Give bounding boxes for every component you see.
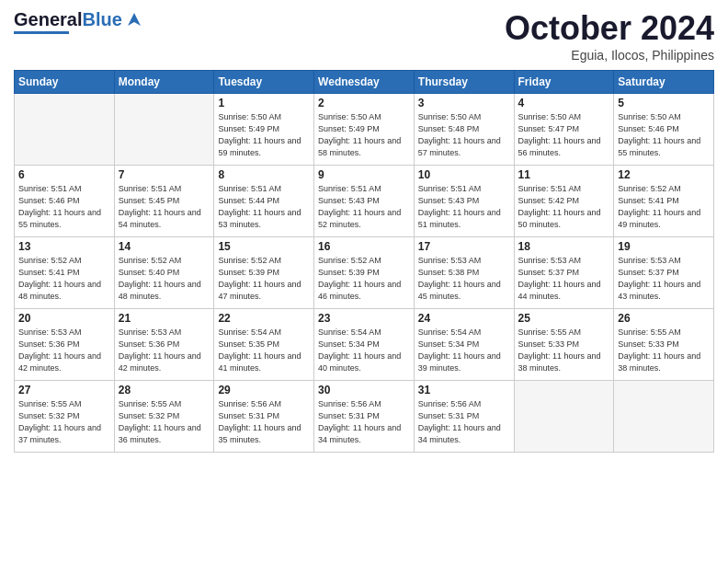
- day-cell: 4 Sunrise: 5:50 AMSunset: 5:47 PMDayligh…: [514, 94, 614, 166]
- week-row-4: 20 Sunrise: 5:53 AMSunset: 5:36 PMDaylig…: [15, 309, 714, 381]
- day-cell: 8 Sunrise: 5:51 AMSunset: 5:44 PMDayligh…: [214, 166, 314, 237]
- header: GeneralBlue October 2024 Eguia, Ilocos, …: [14, 9, 714, 63]
- day-number: 15: [218, 240, 310, 253]
- day-info: Sunrise: 5:53 AMSunset: 5:37 PMDaylight:…: [518, 255, 610, 303]
- day-cell: 6 Sunrise: 5:51 AMSunset: 5:46 PMDayligh…: [15, 166, 115, 237]
- day-cell: 14 Sunrise: 5:52 AMSunset: 5:40 PMDaylig…: [114, 237, 214, 309]
- day-number: 2: [318, 97, 410, 109]
- col-friday: Friday: [514, 71, 614, 94]
- day-cell: 1 Sunrise: 5:50 AMSunset: 5:49 PMDayligh…: [214, 94, 314, 166]
- day-number: 12: [618, 168, 710, 181]
- day-info: Sunrise: 5:51 AMSunset: 5:44 PMDaylight:…: [218, 183, 310, 231]
- day-info: Sunrise: 5:51 AMSunset: 5:43 PMDaylight:…: [418, 183, 510, 231]
- col-monday: Monday: [114, 71, 214, 94]
- day-info: Sunrise: 5:56 AMSunset: 5:31 PMDaylight:…: [418, 398, 510, 446]
- day-number: 17: [418, 240, 510, 253]
- day-info: Sunrise: 5:53 AMSunset: 5:37 PMDaylight:…: [618, 255, 710, 303]
- day-cell: 30 Sunrise: 5:56 AMSunset: 5:31 PMDaylig…: [314, 381, 415, 453]
- day-number: 22: [218, 312, 310, 325]
- day-number: 3: [418, 97, 510, 109]
- day-cell: 29 Sunrise: 5:56 AMSunset: 5:31 PMDaylig…: [214, 381, 314, 453]
- day-info: Sunrise: 5:51 AMSunset: 5:42 PMDaylight:…: [518, 183, 610, 231]
- day-info: Sunrise: 5:53 AMSunset: 5:36 PMDaylight:…: [18, 327, 110, 374]
- day-info: Sunrise: 5:55 AMSunset: 5:32 PMDaylight:…: [18, 398, 110, 446]
- day-cell: 23 Sunrise: 5:54 AMSunset: 5:34 PMDaylig…: [314, 309, 415, 381]
- day-info: Sunrise: 5:56 AMSunset: 5:31 PMDaylight:…: [218, 398, 310, 446]
- day-cell: 3 Sunrise: 5:50 AMSunset: 5:48 PMDayligh…: [414, 94, 514, 166]
- day-number: 4: [518, 97, 610, 109]
- day-cell: 2 Sunrise: 5:50 AMSunset: 5:49 PMDayligh…: [314, 94, 415, 166]
- logo-blue: Blue: [82, 9, 121, 29]
- day-info: Sunrise: 5:55 AMSunset: 5:33 PMDaylight:…: [618, 327, 710, 374]
- day-info: Sunrise: 5:56 AMSunset: 5:31 PMDaylight:…: [318, 398, 410, 446]
- logo-line: [14, 31, 69, 34]
- day-number: 21: [119, 312, 210, 325]
- day-cell: 22 Sunrise: 5:54 AMSunset: 5:35 PMDaylig…: [214, 309, 314, 381]
- day-number: 11: [518, 168, 610, 181]
- day-number: 20: [18, 312, 110, 325]
- month-title: October 2024: [505, 9, 714, 48]
- day-cell: 5 Sunrise: 5:50 AMSunset: 5:46 PMDayligh…: [614, 94, 714, 166]
- day-info: Sunrise: 5:50 AMSunset: 5:48 PMDaylight:…: [418, 111, 510, 159]
- day-number: 10: [418, 168, 510, 181]
- day-number: 16: [318, 240, 410, 253]
- day-cell: 15 Sunrise: 5:52 AMSunset: 5:39 PMDaylig…: [214, 237, 314, 309]
- day-cell: 7 Sunrise: 5:51 AMSunset: 5:45 PMDayligh…: [114, 166, 214, 237]
- page-container: GeneralBlue October 2024 Eguia, Ilocos, …: [0, 0, 728, 457]
- day-info: Sunrise: 5:50 AMSunset: 5:47 PMDaylight:…: [518, 111, 610, 159]
- day-info: Sunrise: 5:53 AMSunset: 5:36 PMDaylight:…: [119, 327, 210, 374]
- week-row-3: 13 Sunrise: 5:52 AMSunset: 5:41 PMDaylig…: [15, 237, 714, 309]
- day-info: Sunrise: 5:51 AMSunset: 5:43 PMDaylight:…: [318, 183, 410, 231]
- day-cell: [15, 94, 115, 166]
- logo-icon: [124, 9, 144, 29]
- day-info: Sunrise: 5:50 AMSunset: 5:46 PMDaylight:…: [618, 111, 710, 159]
- day-cell: 10 Sunrise: 5:51 AMSunset: 5:43 PMDaylig…: [414, 166, 514, 237]
- logo-general: General: [14, 9, 82, 29]
- day-cell: 12 Sunrise: 5:52 AMSunset: 5:41 PMDaylig…: [614, 166, 714, 237]
- week-row-2: 6 Sunrise: 5:51 AMSunset: 5:46 PMDayligh…: [15, 166, 714, 237]
- logo: GeneralBlue: [14, 9, 144, 34]
- day-number: 27: [18, 384, 110, 396]
- day-number: 28: [119, 384, 210, 396]
- location: Eguia, Ilocos, Philippines: [505, 48, 714, 63]
- day-cell: 16 Sunrise: 5:52 AMSunset: 5:39 PMDaylig…: [314, 237, 415, 309]
- day-cell: 11 Sunrise: 5:51 AMSunset: 5:42 PMDaylig…: [514, 166, 614, 237]
- day-number: 19: [618, 240, 710, 253]
- day-number: 30: [318, 384, 410, 396]
- day-number: 29: [218, 384, 310, 396]
- day-info: Sunrise: 5:52 AMSunset: 5:41 PMDaylight:…: [618, 183, 710, 231]
- day-number: 24: [418, 312, 510, 325]
- day-number: 7: [119, 168, 210, 181]
- day-info: Sunrise: 5:55 AMSunset: 5:33 PMDaylight:…: [518, 327, 610, 374]
- day-cell: [114, 94, 214, 166]
- svg-marker-0: [128, 13, 141, 26]
- day-number: 8: [218, 168, 310, 181]
- week-row-1: 1 Sunrise: 5:50 AMSunset: 5:49 PMDayligh…: [15, 94, 714, 166]
- day-info: Sunrise: 5:54 AMSunset: 5:34 PMDaylight:…: [418, 327, 510, 374]
- day-cell: 28 Sunrise: 5:55 AMSunset: 5:32 PMDaylig…: [114, 381, 214, 453]
- day-cell: 13 Sunrise: 5:52 AMSunset: 5:41 PMDaylig…: [15, 237, 115, 309]
- day-info: Sunrise: 5:50 AMSunset: 5:49 PMDaylight:…: [318, 111, 410, 159]
- title-section: October 2024 Eguia, Ilocos, Philippines: [505, 9, 714, 63]
- day-info: Sunrise: 5:51 AMSunset: 5:46 PMDaylight:…: [18, 183, 110, 231]
- day-cell: 19 Sunrise: 5:53 AMSunset: 5:37 PMDaylig…: [614, 237, 714, 309]
- col-saturday: Saturday: [614, 71, 714, 94]
- day-cell: 31 Sunrise: 5:56 AMSunset: 5:31 PMDaylig…: [414, 381, 514, 453]
- day-info: Sunrise: 5:52 AMSunset: 5:40 PMDaylight:…: [119, 255, 210, 303]
- day-cell: [614, 381, 714, 453]
- day-number: 13: [18, 240, 110, 253]
- day-info: Sunrise: 5:53 AMSunset: 5:38 PMDaylight:…: [418, 255, 510, 303]
- day-cell: 20 Sunrise: 5:53 AMSunset: 5:36 PMDaylig…: [15, 309, 115, 381]
- day-number: 5: [618, 97, 710, 109]
- col-tuesday: Tuesday: [214, 71, 314, 94]
- day-info: Sunrise: 5:54 AMSunset: 5:35 PMDaylight:…: [218, 327, 310, 374]
- day-info: Sunrise: 5:52 AMSunset: 5:39 PMDaylight:…: [318, 255, 410, 303]
- day-info: Sunrise: 5:50 AMSunset: 5:49 PMDaylight:…: [218, 111, 310, 159]
- day-cell: 25 Sunrise: 5:55 AMSunset: 5:33 PMDaylig…: [514, 309, 614, 381]
- day-number: 9: [318, 168, 410, 181]
- day-cell: [514, 381, 614, 453]
- day-info: Sunrise: 5:51 AMSunset: 5:45 PMDaylight:…: [119, 183, 210, 231]
- day-number: 14: [119, 240, 210, 253]
- header-row: Sunday Monday Tuesday Wednesday Thursday…: [15, 71, 714, 94]
- day-number: 18: [518, 240, 610, 253]
